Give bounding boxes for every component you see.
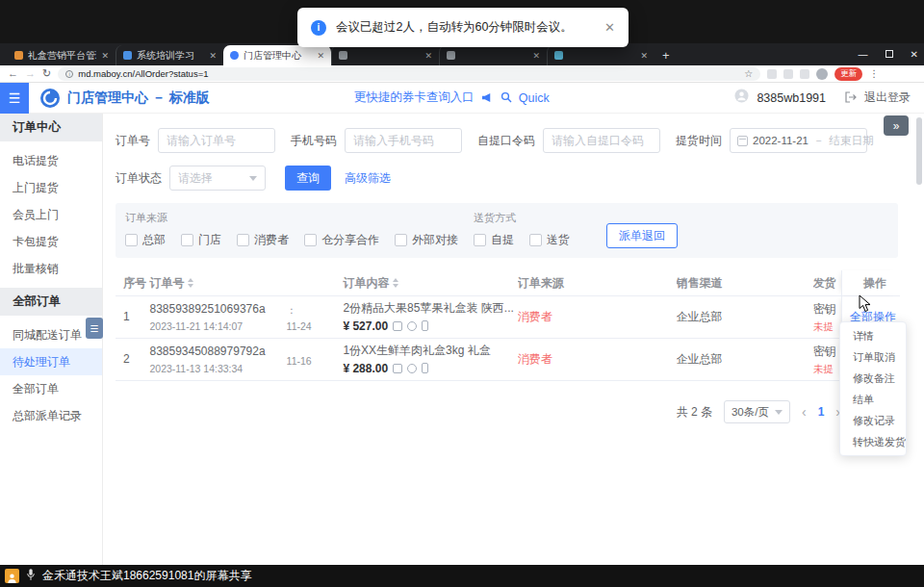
cell-price: ¥ 288.00 — [343, 361, 517, 376]
sidebar-section-order-center[interactable]: 订单中心 — [0, 114, 102, 141]
checkbox-delivery[interactable]: 送货 — [529, 232, 570, 248]
scrollbar[interactable] — [916, 117, 922, 185]
tab-gift-platform[interactable]: 礼盒营销平台管理中心 ✕ — [8, 45, 116, 65]
url-text: md.maboy.cn/AllOrder?status=1 — [78, 68, 739, 79]
reload-icon[interactable]: ↻ — [42, 68, 51, 79]
sidebar-item-member-visit[interactable]: 会员上门 — [0, 201, 102, 228]
tab-favicon — [339, 51, 347, 60]
menu-item-edit-history[interactable]: 修改记录 — [840, 410, 906, 431]
back-icon[interactable]: ← — [8, 68, 18, 79]
quick-search-link[interactable]: Quick — [519, 91, 550, 105]
filter-row-1: 订单号 手机号码 自提口令码 提货时间 2022-11-21 － 结束日期 — [116, 128, 910, 153]
actions-dropdown-menu: 详情 订单取消 修改备注 结单 修改记录 转快递发货 — [839, 321, 907, 456]
tab-close-icon[interactable]: ✕ — [209, 51, 217, 61]
menu-item-edit-note[interactable]: 修改备注 — [840, 368, 906, 389]
prev-page-button[interactable]: ‹ — [802, 404, 807, 420]
browser-menu-icon[interactable]: ⋮ — [869, 68, 879, 79]
tab-close-icon[interactable]: ✕ — [640, 51, 648, 61]
minimize-button[interactable]: — — [859, 49, 868, 60]
sidebar-item-card-pickup[interactable]: 卡包提货 — [0, 228, 102, 255]
header-shipping: 发货 — [813, 270, 841, 295]
source-badge: 消费者 — [518, 309, 677, 324]
order-status-select[interactable]: 请选择 — [169, 166, 266, 191]
checkbox-icon — [529, 234, 542, 246]
order-source-group: 订单来源 总部 门店 消费者 仓分享合作 外部对接 — [125, 211, 474, 248]
pickup-code-input[interactable] — [543, 128, 660, 153]
bookmark-star-icon[interactable]: ☆ — [744, 68, 753, 79]
forward-icon[interactable]: → — [25, 68, 36, 79]
checkbox-self-pickup[interactable]: 自提 — [474, 232, 514, 248]
calendar-icon — [737, 136, 748, 146]
total-count: 共 2 条 — [677, 404, 712, 421]
sort-icon[interactable] — [188, 278, 193, 288]
tab-close-icon[interactable]: ✕ — [317, 51, 324, 61]
username[interactable]: 8385wb1991 — [757, 91, 826, 105]
tab-6[interactable]: ✕ — [547, 45, 654, 65]
header-right: 8385wb1991 退出登录 — [734, 89, 911, 107]
tab-close-icon[interactable]: ✕ — [532, 51, 540, 61]
sidebar-item-pending-orders[interactable]: 待处理订单 — [0, 348, 102, 375]
checkbox-hq[interactable]: 总部 — [125, 232, 166, 248]
order-no-input[interactable] — [158, 128, 275, 153]
tab-training[interactable]: 系统培训学习 ✕ — [116, 45, 223, 65]
profile-avatar[interactable] — [816, 68, 828, 80]
menu-item-express-ship[interactable]: 转快递发货 — [840, 431, 906, 452]
sidebar-item-door-pickup[interactable]: 上门提货 — [0, 174, 102, 201]
phone-input[interactable] — [345, 128, 462, 153]
toast-close-icon[interactable]: ✕ — [604, 20, 615, 35]
new-tab-button[interactable]: + — [662, 48, 670, 63]
panel-expand-button[interactable]: » — [884, 115, 909, 136]
sidebar-toggle-button[interactable]: ☰ — [0, 83, 29, 114]
sidebar-section-all-orders[interactable]: 全部订单 — [0, 288, 102, 316]
sidebar-drag-handle[interactable]: ☰ — [86, 318, 103, 339]
cell-index: 2 — [116, 339, 149, 380]
share-text: 金禾通技术王斌18662591081的屏幕共享 — [42, 568, 251, 584]
window-close-button[interactable]: ✕ — [911, 49, 918, 60]
coupon-query-link[interactable]: 更快捷的券卡查询入口 — [354, 89, 475, 106]
menu-item-details[interactable]: 详情 — [840, 325, 906, 346]
tab-4[interactable]: ✕ — [331, 45, 439, 65]
tab-title: 门店管理中心 — [244, 49, 312, 63]
tab-title: 礼盒营销平台管理中心 — [28, 49, 96, 63]
cell-sales-channel: 企业总部 — [677, 339, 813, 380]
cell-order-no: 83859345088979792a 2023-11-13 14:33:34 — [149, 339, 286, 380]
menu-item-close-order[interactable]: 结单 — [840, 389, 906, 410]
dispatch-return-button[interactable]: 派单退回 — [606, 223, 678, 248]
extension-icon[interactable] — [767, 69, 777, 79]
select-placeholder: 请选择 — [178, 170, 213, 187]
address-bar[interactable]: i md.maboy.cn/AllOrder?status=1 ☆ — [58, 67, 760, 81]
search-icon[interactable] — [500, 89, 512, 107]
current-page[interactable]: 1 — [818, 405, 825, 419]
tab-close-icon[interactable]: ✕ — [101, 51, 109, 61]
header-order-content[interactable]: 订单内容 — [343, 270, 517, 295]
site-info-icon[interactable]: i — [65, 70, 73, 78]
cell-order-content: 2份精品大果85苹果礼盒装 陕西... ¥ 527.00 — [343, 296, 517, 338]
logout-button[interactable]: 退出登录 — [864, 89, 911, 106]
tab-close-icon[interactable]: ✕ — [424, 51, 432, 61]
advanced-filter-link[interactable]: 高级筛选 — [345, 170, 391, 187]
puzzle-icon[interactable] — [800, 69, 809, 79]
checkbox-store[interactable]: 门店 — [181, 232, 221, 248]
page-size-select[interactable]: 30条/页 — [724, 400, 790, 423]
tab-store-center[interactable]: 门店管理中心 ✕ — [223, 45, 331, 65]
header-sales-channel: 销售渠道 — [677, 270, 813, 295]
sidebar-item-phone-pickup[interactable]: 电话提货 — [0, 147, 102, 174]
checkbox-icon — [474, 234, 486, 246]
checkbox-external[interactable]: 外部对接 — [395, 232, 458, 248]
sort-icon[interactable] — [393, 278, 398, 288]
menu-item-cancel-order[interactable]: 订单取消 — [840, 346, 906, 368]
maximize-button[interactable] — [886, 50, 893, 58]
date-range-picker[interactable]: 2022-11-21 － 结束日期 — [730, 128, 867, 153]
chrome-update-button[interactable]: 更新 — [834, 67, 862, 81]
sidebar-item-batch-verify[interactable]: 批量核销 — [0, 255, 102, 282]
table-header-row: 序号 订单号 订单内容 订单来源 销售渠道 发货 操作 — [116, 270, 900, 296]
sidebar-item-hq-dispatch-records[interactable]: 总部派单记录 — [0, 402, 102, 429]
search-button[interactable]: 查询 — [285, 166, 331, 191]
header-order-no[interactable]: 订单号 — [149, 270, 286, 295]
checkbox-consumer[interactable]: 消费者 — [237, 232, 289, 248]
service-icon — [407, 321, 417, 331]
extension-icon[interactable] — [783, 69, 793, 79]
checkbox-warehouse-share[interactable]: 仓分享合作 — [304, 232, 379, 248]
tab-5[interactable]: ✕ — [439, 45, 547, 65]
sidebar-item-all-orders[interactable]: 全部订单 — [0, 375, 102, 402]
